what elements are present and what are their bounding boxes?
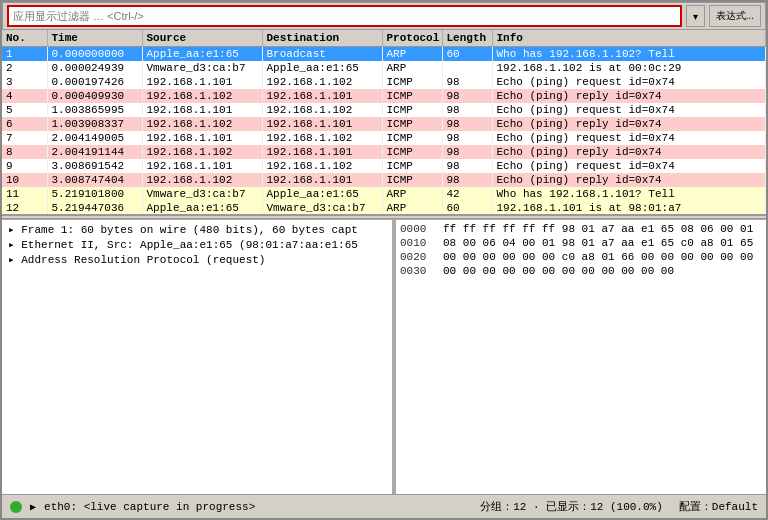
table-cell: 3.008747404	[47, 173, 142, 187]
table-cell: 98	[442, 103, 492, 117]
hex-row: 003000 00 00 00 00 00 00 00 00 00 00 00	[400, 264, 762, 278]
col-length[interactable]: Length	[442, 30, 492, 47]
col-info[interactable]: Info	[492, 30, 766, 47]
table-cell: 192.168.1.101	[142, 131, 262, 145]
hex-row: 0000ff ff ff ff ff ff 98 01 a7 aa e1 65 …	[400, 222, 762, 236]
table-cell: 0.000409930	[47, 89, 142, 103]
table-cell: 192.168.1.102	[142, 89, 262, 103]
table-cell: 5.219101800	[47, 187, 142, 201]
table-cell: 0.000197426	[47, 75, 142, 89]
table-cell: 7	[2, 131, 47, 145]
table-cell: 4	[2, 89, 47, 103]
table-row[interactable]: 93.008691542192.168.1.101192.168.1.102IC…	[2, 159, 766, 173]
table-cell: Vmware_d3:ca:b7	[142, 61, 262, 75]
table-cell: 98	[442, 159, 492, 173]
table-row[interactable]: 115.219101800Vmware_d3:ca:b7Apple_aa:e1:…	[2, 187, 766, 201]
profile-label: 配置：Default	[679, 499, 758, 514]
table-cell: Echo (ping) request id=0x74	[492, 131, 766, 145]
table-cell: 2	[2, 61, 47, 75]
hex-bytes: 00 00 00 00 00 00 00 00 00 00 00 00	[443, 265, 762, 277]
table-row[interactable]: 51.003865995192.168.1.101192.168.1.102IC…	[2, 103, 766, 117]
table-cell: ICMP	[382, 117, 442, 131]
detail-row[interactable]: ▸ Frame 1: 60 bytes on wire (480 bits), …	[2, 222, 392, 237]
hex-bytes: 00 00 00 00 00 00 c0 a8 01 66 00 00 00 0…	[443, 251, 762, 263]
table-cell: 192.168.1.102	[142, 145, 262, 159]
table-cell: Echo (ping) reply id=0x74	[492, 145, 766, 159]
status-stats: 分组：12 · 已显示：12 (100.0%) 配置：Default	[480, 499, 758, 514]
table-cell: 192.168.1.102	[262, 159, 382, 173]
capture-status-text: <live capture in progress>	[84, 501, 256, 513]
hex-offset: 0010	[400, 237, 435, 249]
col-time[interactable]: Time	[47, 30, 142, 47]
table-cell: Broadcast	[262, 47, 382, 62]
hex-bytes: 08 00 06 04 00 01 98 01 a7 aa e1 65 c0 a…	[443, 237, 762, 249]
packet-details: ▸ Frame 1: 60 bytes on wire (480 bits), …	[2, 220, 396, 494]
table-cell: 98	[442, 131, 492, 145]
table-cell: ARP	[382, 201, 442, 215]
table-cell: 12	[2, 201, 47, 215]
table-cell: ARP	[382, 47, 442, 62]
hex-offset: 0020	[400, 251, 435, 263]
packet-table: No. Time Source Destination Protocol Len…	[2, 30, 766, 215]
table-cell: 1	[2, 47, 47, 62]
filter-input-wrap	[7, 5, 682, 27]
hex-offset: 0030	[400, 265, 435, 277]
table-row[interactable]: 10.000000000Apple_aa:e1:65BroadcastARP60…	[2, 47, 766, 62]
table-cell: 98	[442, 89, 492, 103]
table-cell: 192.168.1.101	[262, 117, 382, 131]
hex-row: 001008 00 06 04 00 01 98 01 a7 aa e1 65 …	[400, 236, 762, 250]
table-cell: 1.003908337	[47, 117, 142, 131]
table-cell: Who has 192.168.1.102? Tell	[492, 47, 766, 62]
table-cell: 192.168.1.101	[142, 75, 262, 89]
table-row[interactable]: 40.000409930192.168.1.102192.168.1.101IC…	[2, 89, 766, 103]
table-cell: 9	[2, 159, 47, 173]
table-cell: 192.168.1.102	[262, 131, 382, 145]
table-cell: 98	[442, 75, 492, 89]
table-row[interactable]: 82.004191144192.168.1.102192.168.1.101IC…	[2, 145, 766, 159]
table-row[interactable]: 125.219447036Apple_aa:e1:65Vmware_d3:ca:…	[2, 201, 766, 215]
detail-row[interactable]: ▸ Ethernet II, Src: Apple_aa:e1:65 (98:0…	[2, 237, 392, 252]
table-header-row: No. Time Source Destination Protocol Len…	[2, 30, 766, 47]
filter-bar: ▾ 表达式...	[2, 2, 766, 30]
table-cell: Vmware_d3:ca:b7	[262, 201, 382, 215]
table-cell: 192.168.1.101	[262, 89, 382, 103]
expression-btn[interactable]: 表达式...	[709, 5, 761, 27]
packet-list: No. Time Source Destination Protocol Len…	[2, 30, 766, 215]
col-source[interactable]: Source	[142, 30, 262, 47]
table-cell: 10	[2, 173, 47, 187]
table-cell: 60	[442, 47, 492, 62]
table-cell: 8	[2, 145, 47, 159]
filter-dropdown-btn[interactable]: ▾	[686, 5, 705, 27]
table-row[interactable]: 72.004149005192.168.1.101192.168.1.102IC…	[2, 131, 766, 145]
table-cell: 192.168.1.101	[142, 159, 262, 173]
table-row[interactable]: 20.000024939Vmware_d3:ca:b7Apple_aa:e1:6…	[2, 61, 766, 75]
table-cell: 2.004191144	[47, 145, 142, 159]
table-cell: 98	[442, 145, 492, 159]
table-row[interactable]: 30.000197426192.168.1.101192.168.1.102IC…	[2, 75, 766, 89]
capture-indicator	[10, 501, 22, 513]
hex-bytes: ff ff ff ff ff ff 98 01 a7 aa e1 65 08 0…	[443, 223, 762, 235]
status-arrow: ▶	[30, 501, 36, 513]
table-cell: 192.168.1.102	[262, 75, 382, 89]
table-cell: Echo (ping) request id=0x74	[492, 159, 766, 173]
table-row[interactable]: 61.003908337192.168.1.102192.168.1.101IC…	[2, 117, 766, 131]
detail-row[interactable]: ▸ Address Resolution Protocol (request)	[2, 252, 392, 267]
table-cell: 5.219447036	[47, 201, 142, 215]
col-protocol[interactable]: Protocol	[382, 30, 442, 47]
table-cell: Apple_aa:e1:65	[262, 61, 382, 75]
hex-offset: 0000	[400, 223, 435, 235]
table-cell: 3	[2, 75, 47, 89]
table-cell: 192.168.1.101	[262, 145, 382, 159]
table-cell: 98	[442, 117, 492, 131]
table-cell: 192.168.1.101 is at 98:01:a7	[492, 201, 766, 215]
hex-row: 002000 00 00 00 00 00 c0 a8 01 66 00 00 …	[400, 250, 762, 264]
col-destination[interactable]: Destination	[262, 30, 382, 47]
hex-dump: 0000ff ff ff ff ff ff 98 01 a7 aa e1 65 …	[396, 220, 766, 494]
table-cell: Vmware_d3:ca:b7	[142, 187, 262, 201]
table-cell: 6	[2, 117, 47, 131]
col-no[interactable]: No.	[2, 30, 47, 47]
table-row[interactable]: 103.008747404192.168.1.102192.168.1.101I…	[2, 173, 766, 187]
filter-input[interactable]	[13, 10, 676, 22]
table-cell: Echo (ping) request id=0x74	[492, 75, 766, 89]
table-cell: 42	[442, 187, 492, 201]
